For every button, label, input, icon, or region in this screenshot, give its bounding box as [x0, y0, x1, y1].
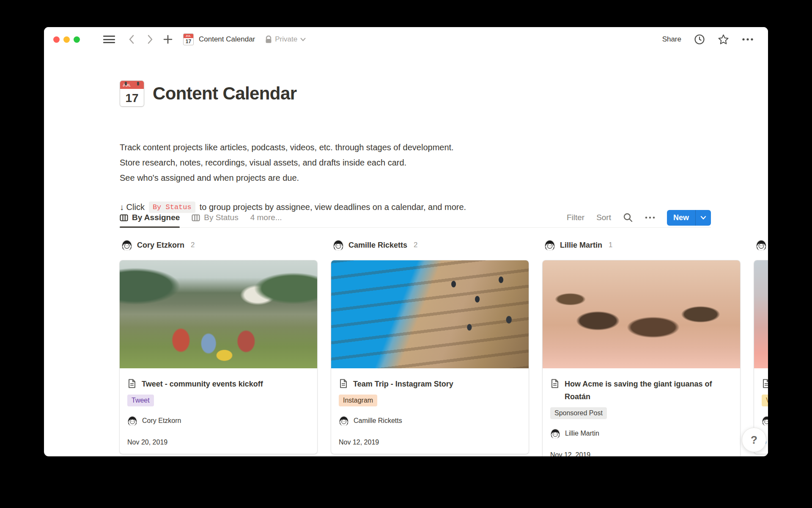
card-cover-image — [120, 260, 317, 368]
tab-label: By Assignee — [132, 213, 180, 222]
more-views-link[interactable]: 4 more... — [250, 213, 282, 222]
updates-clock-icon[interactable] — [694, 34, 705, 45]
column-header[interactable]: Camille Ricketts 2 — [331, 240, 529, 251]
privacy-dropdown[interactable]: Private — [265, 35, 306, 44]
chevron-down-icon — [300, 38, 306, 41]
assignee-name: Cory Etzkorn — [142, 417, 181, 425]
avatar — [550, 428, 560, 439]
view-options-ellipsis-icon[interactable] — [645, 216, 655, 219]
share-button[interactable]: Share — [662, 35, 681, 44]
avatar — [762, 416, 768, 426]
forward-icon[interactable] — [145, 34, 154, 45]
page-title[interactable]: Content Calendar — [153, 83, 296, 104]
card-cover-image — [331, 260, 529, 368]
column-count: 1 — [609, 241, 612, 249]
card-acme-iguanas[interactable]: How Acme is saving the giant iguanas of … — [543, 260, 740, 456]
card-tweet-community-events[interactable]: Tweet - community events kickoff Tweet C… — [120, 260, 317, 454]
more-options-ellipsis-icon[interactable] — [742, 38, 754, 41]
column-header[interactable]: Lillie Martin 1 — [543, 240, 740, 251]
description-line: Track content projects like articles, po… — [120, 140, 454, 155]
minimize-window-button[interactable] — [63, 36, 70, 43]
sort-button[interactable]: Sort — [596, 213, 611, 222]
column-header[interactable] — [754, 240, 768, 251]
tag-pill: Sponsored Post — [550, 407, 607, 419]
avatar — [339, 416, 349, 426]
titlebar: JUL 17 Content Calendar Private Share — [44, 27, 768, 52]
search-icon[interactable] — [623, 213, 633, 223]
new-page-plus-icon[interactable] — [163, 34, 173, 44]
assignee-name: Camille Ricketts — [354, 417, 402, 425]
avatar — [121, 240, 132, 251]
description-line: See who's assigned and when projects are… — [120, 170, 454, 185]
new-button-group: New — [667, 210, 711, 226]
board-view-icon — [120, 214, 128, 221]
board-column: V D — [754, 240, 768, 456]
page-calendar-icon[interactable]: JUL 17 — [120, 80, 144, 107]
board-column: Camille Ricketts 2 Team Trip - Instagram… — [331, 240, 529, 456]
column-name: Lillie Martin — [560, 241, 602, 250]
description-line: Store research, notes, recordings, visua… — [120, 155, 454, 170]
board-view-icon — [192, 214, 200, 221]
tab-label: By Status — [204, 213, 238, 222]
board-column: Lillie Martin 1 How Acme is saving the g… — [543, 240, 740, 456]
card-date: Nov 20, 2019 — [127, 437, 310, 448]
column-header[interactable]: Cory Etzkorn 2 — [120, 240, 317, 251]
card-cover-image — [543, 260, 740, 368]
avatar — [127, 416, 137, 426]
avatar — [756, 240, 767, 251]
card-team-trip-instagram-story[interactable]: Team Trip - Instagram Story Instagram Ca… — [331, 260, 529, 454]
back-icon[interactable] — [127, 34, 137, 45]
breadcrumb-page-title[interactable]: Content Calendar — [199, 35, 255, 44]
new-dropdown-chevron-icon[interactable] — [695, 210, 711, 226]
help-button[interactable]: ? — [742, 428, 766, 452]
document-icon — [127, 379, 136, 389]
board-by-assignee: Cory Etzkorn 2 Tweet - community events … — [120, 240, 768, 456]
page-calendar-favicon-icon: JUL 17 — [183, 33, 194, 45]
column-name: Cory Etzkorn — [137, 241, 184, 250]
card-title: How Acme is saving the giant iguanas of … — [565, 378, 732, 403]
document-icon — [339, 379, 348, 389]
view-bar: By Assignee By Status 4 more... Filter S… — [120, 207, 711, 228]
document-icon — [550, 379, 559, 389]
favorite-star-icon[interactable] — [718, 34, 729, 45]
sidebar-menu-icon[interactable] — [103, 35, 115, 44]
assignee-name: Lillie Martin — [565, 430, 599, 437]
board-column: Cory Etzkorn 2 Tweet - community events … — [120, 240, 317, 456]
column-count: 2 — [191, 241, 195, 249]
card-cover-image — [754, 260, 768, 368]
card-title: Tweet - community events kickoff — [142, 378, 263, 390]
tab-by-status[interactable]: By Status — [192, 207, 238, 228]
filter-button[interactable]: Filter — [567, 213, 584, 222]
column-name: Camille Ricketts — [348, 241, 407, 250]
notion-app-window: JUL 17 Content Calendar Private Share JU… — [44, 27, 768, 456]
document-icon — [762, 379, 768, 389]
privacy-label: Private — [275, 35, 297, 44]
lock-icon — [265, 36, 272, 44]
card-date: Nov 12, 2019 — [339, 437, 521, 448]
avatar — [333, 240, 344, 251]
zoom-window-button[interactable] — [74, 36, 80, 43]
card-date: Nov 12, 2019 — [550, 450, 732, 456]
card-partial[interactable]: V D — [754, 260, 768, 454]
tab-by-assignee[interactable]: By Assignee — [120, 207, 180, 228]
tag-pill: V — [762, 395, 768, 406]
column-count: 2 — [414, 241, 417, 249]
tag-pill: Instagram — [339, 395, 377, 406]
window-controls — [53, 36, 80, 43]
tag-pill: Tweet — [127, 395, 154, 406]
page-description: Track content projects like articles, po… — [120, 140, 454, 185]
avatar — [544, 240, 555, 251]
close-window-button[interactable] — [53, 36, 60, 43]
new-button[interactable]: New — [667, 210, 695, 226]
card-title: Team Trip - Instagram Story — [353, 378, 453, 390]
